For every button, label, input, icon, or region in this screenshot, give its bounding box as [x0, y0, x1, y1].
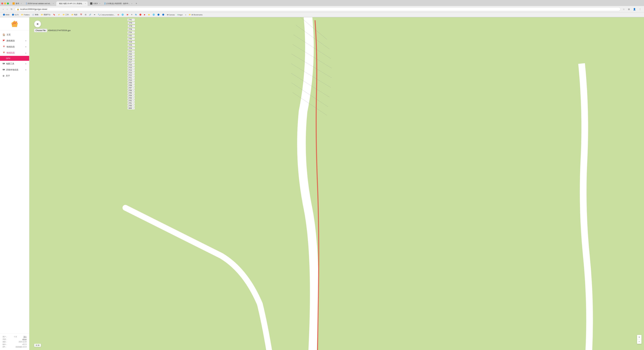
bookmark-arrow[interactable]: ➡	[93, 13, 96, 16]
footer-logout-link[interactable]: 退出	[24, 335, 26, 338]
bookmark-more[interactable]: »	[184, 14, 187, 16]
choose-file-button[interactable]: Choose File	[34, 29, 47, 32]
footer-row-version: 版本： v0.2.5	[2, 343, 26, 346]
tab-close-zhihu[interactable]: ×	[131, 3, 132, 5]
bookmark-cal[interactable]: 📅	[79, 13, 83, 16]
sidebar: 🏠 主页 🚩 路线规划 ▼ 📍 地域信息 ▼ 📍 地域信息 ▲	[0, 17, 29, 350]
new-tab-button[interactable]: +	[135, 2, 138, 5]
bookmark-lightning[interactable]: ⚡	[57, 13, 61, 16]
footer-github-link[interactable]: github	[22, 338, 26, 341]
svg-rect-3	[29, 17, 644, 350]
tab-favicon-lushu	[12, 3, 15, 5]
bookmark-star-button[interactable]: ☆	[622, 8, 626, 11]
bookmark-8080[interactable]: 🔵8080	[2, 13, 10, 16]
address-bar: ‹ › ↻ 🔒 localhost:8080/#/gpx/gpx-viewer …	[0, 6, 644, 12]
bookmark-video[interactable]: 📁视频平台	[40, 13, 52, 16]
tab-lushu[interactable]: 路书 ×	[10, 1, 24, 6]
sidebar-item-gpx[interactable]: GPX	[0, 56, 29, 61]
tab-close-json[interactable]: ×	[53, 3, 54, 5]
bookmark-link[interactable]: 🔗	[88, 13, 92, 16]
chevron-down-icon-route: ▼	[25, 40, 26, 42]
footer-version-label: 版本：	[2, 343, 7, 346]
footer-user-value: 十月	[14, 335, 17, 338]
bookmark-5173[interactable]: 🔵5173	[11, 13, 19, 16]
route-icon: 🚩	[2, 40, 5, 42]
bookmark-star2[interactable]: ⭐	[147, 13, 151, 16]
tab-json[interactable]: JSON format validate and ed... ×	[24, 1, 56, 6]
gpx-controls: ≡	[34, 21, 41, 28]
bookmark-movie[interactable]: 📁电影	[70, 13, 78, 16]
sidebar-item-route[interactable]: 🚩 路线规划 ▼	[0, 38, 29, 44]
app-container: 🏠 主页 🚩 路线规划 ▼ 📍 地域信息 ▼ 📍 地域信息 ▲	[0, 17, 644, 350]
logo-svg	[10, 20, 18, 28]
map-container[interactable]: ≡ Choose File 456491813744705536.gpx 274…	[29, 17, 644, 350]
bookmark-github[interactable]: 🐙	[125, 13, 130, 16]
bookmarks-bar: 🔵8080 🔵5173 📁Folders 🛒购物 📁视频平台 🔖 ⚡ 📁工作 📁…	[0, 12, 644, 17]
home-icon: 🏠	[2, 34, 5, 36]
sidebar-nav: 🏠 主页 🚩 路线规划 ▼ 📍 地域信息 ▼ 📍 地域信息 ▲	[0, 31, 29, 333]
tab-label-v2ex: V2EX	[93, 3, 98, 5]
sidebar-item-map-tools[interactable]: 🗺 地图工具 ▼	[0, 61, 29, 67]
bookmark-shopping[interactable]: 🛒购物	[31, 13, 39, 16]
extensions-button[interactable]: ⊞	[627, 8, 631, 11]
url-bar[interactable]: 🔒 localhost:8080/#/gpx/gpx-viewer	[15, 7, 620, 11]
bookmark-si[interactable]: 丝	[84, 13, 88, 16]
tab-v2ex[interactable]: V2EX ×	[88, 1, 102, 6]
bookmark-zhihu2[interactable]: 知	[134, 13, 138, 16]
tab-favicon-json	[26, 3, 26, 5]
map-scale: 10 米	[34, 344, 41, 347]
file-input-row: Choose File 456491813744705536.gpx	[34, 29, 71, 32]
tab-label-lushu: 路书	[16, 3, 19, 5]
close-traffic-light[interactable]	[1, 3, 3, 5]
sidebar-item-home[interactable]: 🏠 主页	[0, 32, 29, 38]
tab-close-lushu[interactable]: ×	[21, 3, 22, 5]
sidebar-item-region[interactable]: 📍 地域信息 ▼	[0, 44, 29, 50]
bookmark-work[interactable]: 📁工作	[62, 13, 70, 16]
bookmark-red1[interactable]: M	[117, 14, 120, 16]
zoom-out-button[interactable]: −	[637, 339, 642, 344]
bookmark-b2[interactable]: 🔵	[161, 13, 165, 16]
footer-row-api: API： 高德地图 v2.0.0	[2, 346, 26, 348]
profile-button[interactable]: 👤	[632, 8, 637, 11]
tab-label-zhihu: (2 封私信) 内容管理 - 创作中...	[106, 3, 130, 5]
bookmark-cdoc[interactable]: 🔍C documentation...	[97, 13, 116, 16]
tab-gaode[interactable]: 概述-地图 JS API 2.0 | 高德地... ×	[56, 1, 88, 6]
tab-favicon-zhihu	[105, 3, 106, 5]
zoom-in-button[interactable]: +	[637, 335, 642, 339]
chevron-down-icon-jinan: ▼	[25, 69, 26, 71]
sidebar-item-region-active[interactable]: 📍 地域信息 ▲	[0, 50, 29, 56]
menu-button[interactable]: ⋮	[638, 8, 642, 11]
browser-chrome: 路书 × JSON format validate and ed... × 概述…	[0, 0, 644, 17]
bookmark-b1[interactable]: 🔵	[156, 13, 160, 16]
bookmark-star1[interactable]: 🔖	[52, 13, 56, 16]
bookmark-canvas[interactable]: MCanvas	[166, 14, 176, 16]
chevron-down-icon-tools: ▼	[25, 63, 26, 65]
scale-text: 10 米	[36, 344, 40, 346]
sidebar-item-about[interactable]: ⚙ 关于	[0, 73, 29, 79]
fullscreen-traffic-light[interactable]	[7, 3, 9, 5]
footer-row-update: 更新： 2023.12.04	[2, 341, 26, 343]
tab-close-v2ex[interactable]: ×	[99, 3, 100, 5]
bookmark-telegram[interactable]: ✈	[130, 13, 134, 16]
svg-point-2	[16, 22, 17, 22]
bookmark-weibo[interactable]: 🌐	[120, 13, 125, 16]
sidebar-item-jinan[interactable]: 🗺 济南本地信息 ▼	[0, 67, 29, 73]
bookmark-globe[interactable]: 🌐	[152, 13, 156, 16]
bookmark-folders[interactable]: 📁Folders	[20, 13, 30, 16]
region-active-icon: 📍	[2, 52, 5, 54]
footer-user-label: 用户：	[2, 335, 7, 338]
file-icon-button[interactable]: ≡	[34, 21, 41, 28]
minimize-traffic-light[interactable]	[4, 3, 6, 5]
bookmark-red2[interactable]: 🔴	[138, 13, 142, 16]
tab-close-gaode[interactable]: ×	[85, 3, 86, 5]
bookmark-imgur[interactable]: IImgur	[176, 14, 184, 16]
footer-source-label: 开源：	[2, 338, 7, 341]
back-button[interactable]: ‹	[2, 8, 4, 11]
footer-row-user: 用户： 十月 退出	[2, 335, 26, 338]
forward-button[interactable]: ›	[6, 8, 8, 11]
bookmark-all[interactable]: 📁All Bookmarks	[188, 13, 204, 16]
tab-zhihu[interactable]: (2 封私信) 内容管理 - 创作中... ×	[103, 1, 134, 6]
reload-button[interactable]: ↻	[10, 8, 14, 11]
bookmark-youtube[interactable]: ▶	[143, 13, 146, 16]
footer-update-value: 2023.12.04	[19, 341, 26, 343]
